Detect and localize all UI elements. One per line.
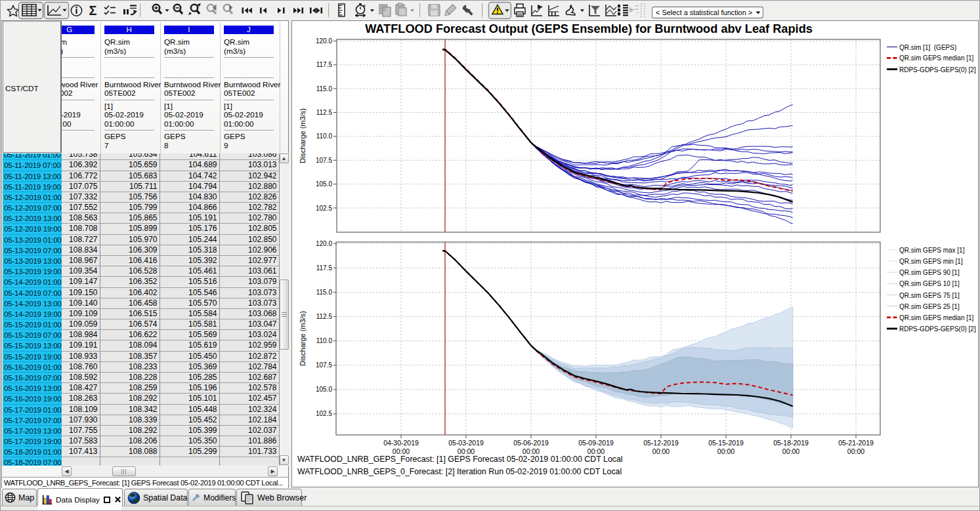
svg-text:Discharge (m3/s): Discharge (m3/s) — [299, 108, 307, 163]
svg-text:QR.sim GEPS max [1]: QR.sim GEPS max [1] — [899, 247, 965, 254]
svg-text:QR.sim GEPS 25 [1]: QR.sim GEPS 25 [1] — [899, 303, 960, 310]
svg-text:00:00: 00:00 — [393, 447, 410, 455]
svg-text:QR.sim [1] (GEPS): QR.sim [1] (GEPS) — [899, 44, 956, 51]
svg-text:05-18-2019: 05-18-2019 — [773, 439, 809, 447]
svg-text:102.5: 102.5 — [316, 205, 332, 212]
svg-text:00:00: 00:00 — [782, 447, 799, 455]
svg-text:QR.sim GEPS min [1]: QR.sim GEPS min [1] — [899, 258, 963, 265]
svg-text:120.0: 120.0 — [316, 240, 332, 247]
svg-text:05-21-2019: 05-21-2019 — [838, 439, 874, 447]
svg-text:05-09-2019: 05-09-2019 — [578, 439, 614, 447]
svg-text:112.5: 112.5 — [316, 109, 333, 116]
svg-text:00:00: 00:00 — [847, 447, 864, 455]
svg-text:< Select a statistical functio: < Select a statistical function > — [656, 9, 752, 16]
svg-text:RDPS-GDPS-GEPS(0) [2]: RDPS-GDPS-GEPS(0) [2] — [899, 66, 976, 73]
svg-text:00:00: 00:00 — [652, 447, 670, 455]
svg-text:115.0: 115.0 — [316, 289, 333, 296]
svg-text:WATFLOOD Forecast Output (GEPS: WATFLOOD Forecast Output (GEPS Ensemble)… — [365, 22, 813, 35]
svg-text:05-12-2019: 05-12-2019 — [643, 439, 679, 447]
svg-text:05-06-2019: 05-06-2019 — [513, 439, 549, 447]
svg-text:QR.sim GEPS 75 [1]: QR.sim GEPS 75 [1] — [899, 292, 960, 299]
svg-text:120.0: 120.0 — [316, 37, 332, 45]
svg-text:117.5: 117.5 — [316, 61, 333, 68]
svg-text:Σ: Σ — [89, 3, 96, 18]
svg-text:102.5: 102.5 — [316, 410, 332, 417]
svg-text:RDPS-GDPS-GEPS(0) [2]: RDPS-GDPS-GEPS(0) [2] — [899, 325, 976, 333]
svg-text:QR.sim GEPS 10 [1]: QR.sim GEPS 10 [1] — [899, 280, 960, 287]
svg-text:00:00: 00:00 — [717, 447, 735, 455]
svg-text:QR.sim GEPS median [1]: QR.sim GEPS median [1] — [899, 54, 974, 62]
svg-text:105.0: 105.0 — [316, 180, 332, 188]
svg-text:00:00: 00:00 — [458, 447, 475, 455]
svg-text:QR.sim GEPS median [1]: QR.sim GEPS median [1] — [899, 314, 974, 321]
svg-text:WATFLOOD_LNRB_GEPS_Forecast: [: WATFLOOD_LNRB_GEPS_Forecast: [1] GEPS Fo… — [297, 455, 623, 464]
svg-text:00:00: 00:00 — [522, 447, 540, 455]
svg-text:117.5: 117.5 — [316, 264, 333, 272]
svg-text:110.0: 110.0 — [316, 337, 333, 344]
svg-text:Discharge (m3/s): Discharge (m3/s) — [299, 311, 307, 366]
svg-text:00:00: 00:00 — [587, 447, 605, 455]
svg-text:115.0: 115.0 — [316, 85, 333, 92]
svg-text:107.5: 107.5 — [316, 157, 332, 164]
svg-text:05-03-2019: 05-03-2019 — [448, 439, 484, 447]
svg-text:110.0: 110.0 — [316, 133, 333, 140]
svg-text:05-15-2019: 05-15-2019 — [708, 439, 744, 447]
svg-text:112.5: 112.5 — [316, 313, 333, 320]
svg-text:107.5: 107.5 — [316, 361, 332, 369]
svg-text:105.0: 105.0 — [316, 386, 332, 393]
svg-text:WATFLOOD_LNRB_GEPS_0_Forecast:: WATFLOOD_LNRB_GEPS_0_Forecast: [2] Itera… — [297, 467, 622, 476]
svg-text:QR.sim GEPS 90 [1]: QR.sim GEPS 90 [1] — [899, 269, 960, 276]
svg-text:04-30-2019: 04-30-2019 — [383, 439, 419, 447]
